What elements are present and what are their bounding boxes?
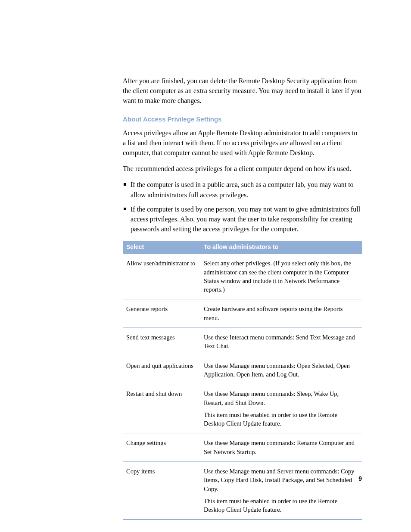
table-row: Restart and shut down Use these Manage m… (123, 384, 362, 433)
page-content: After you are finished, you can delete t… (123, 76, 362, 520)
table-cell-desc: Use these Manage menu commands: Rename C… (200, 433, 362, 462)
table-header-select: Select (123, 241, 200, 253)
table-cell-select: Send text messages (123, 328, 200, 356)
body-paragraph-2: The recommended access privileges for a … (123, 164, 362, 174)
cell-paragraph: Create hardware and software reports usi… (204, 305, 358, 322)
bullet-item: If the computer is used by one person, y… (123, 204, 362, 234)
page-number: 9 (358, 475, 362, 482)
cell-paragraph: Use these Interact menu commands: Send T… (204, 333, 358, 351)
table-cell-select: Allow user/administrator to (123, 253, 200, 299)
bullet-item: If the computer is used in a public area… (123, 180, 362, 199)
table-cell-desc: Create hardware and software reports usi… (200, 299, 362, 328)
cell-paragraph: Use these Manage menu commands: Rename C… (204, 439, 358, 456)
table-cell-select: Copy items (123, 462, 200, 520)
cell-paragraph: This item must be enabled in order to us… (204, 497, 358, 514)
table-header-allow: To allow administrators to (200, 241, 362, 253)
table-cell-desc: Use these Manage menu commands: Sleep, W… (200, 384, 362, 433)
table-cell-select: Change settings (123, 433, 200, 462)
table-cell-desc: Select any other privileges. (If you sel… (200, 253, 362, 299)
body-paragraph-1: Access privileges allow an Apple Remote … (123, 128, 362, 158)
table-row: Open and quit applications Use these Man… (123, 356, 362, 384)
table-row: Generate reports Create hardware and sof… (123, 299, 362, 328)
table-header-row: Select To allow administrators to (123, 241, 362, 253)
table-row: Change settings Use these Manage menu co… (123, 433, 362, 462)
cell-paragraph: Use these Manage menu commands: Open Sel… (204, 361, 358, 379)
cell-paragraph: This item must be enabled in order to us… (204, 411, 358, 428)
intro-paragraph: After you are finished, you can delete t… (123, 76, 362, 106)
bullet-list: If the computer is used in a public area… (123, 180, 362, 234)
cell-paragraph: Use these Manage menu and Server menu co… (204, 467, 358, 493)
table-row: Send text messages Use these Interact me… (123, 328, 362, 356)
table-cell-select: Restart and shut down (123, 384, 200, 433)
table-cell-desc: Use these Manage menu and Server menu co… (200, 462, 362, 520)
cell-paragraph: Use these Manage menu commands: Sleep, W… (204, 389, 358, 407)
table-row: Copy items Use these Manage menu and Ser… (123, 462, 362, 520)
table-cell-desc: Use these Interact menu commands: Send T… (200, 328, 362, 356)
table-cell-select: Generate reports (123, 299, 200, 328)
section-heading: About Access Privilege Settings (123, 115, 362, 123)
table-cell-desc: Use these Manage menu commands: Open Sel… (200, 356, 362, 384)
table-cell-select: Open and quit applications (123, 356, 200, 384)
privileges-table: Select To allow administrators to Allow … (123, 241, 362, 520)
cell-paragraph: Select any other privileges. (If you sel… (204, 259, 358, 294)
table-row: Allow user/administrator to Select any o… (123, 253, 362, 299)
